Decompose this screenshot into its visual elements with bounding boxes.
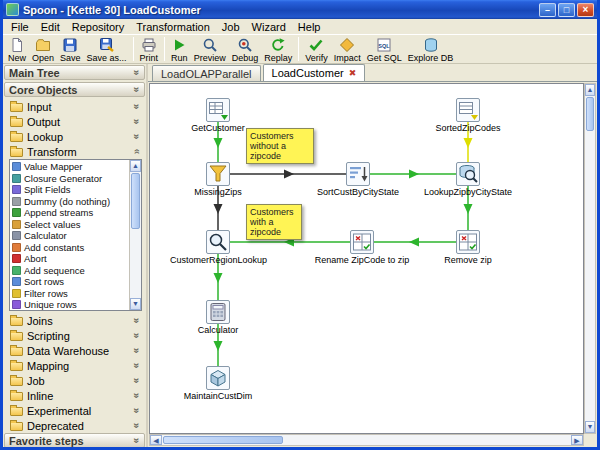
impact-button[interactable]: Impact [331,36,364,64]
calculator-icon [12,231,21,240]
verify-button[interactable]: Verify [302,36,331,64]
save-button[interactable]: Save [57,36,84,64]
step-sortcustbycitystate[interactable]: SortCustByCityState [310,162,406,197]
scroll-up-icon[interactable]: ▲ [130,160,141,172]
pane-header-core-objects[interactable]: Core Objects» [4,82,145,97]
step-customerregionlookup[interactable]: CustomerRegionLookup [170,230,266,265]
step-item-label: Unique rows [24,299,77,310]
pane-header-main-tree[interactable]: Main Tree» [4,65,145,80]
sidebar-folder-transform[interactable]: Transform» [4,144,145,159]
run-icon [171,37,187,53]
expand-chevron-icon: » [132,134,143,140]
sidebar-folder-experimental[interactable]: Experimental» [4,403,145,418]
step-rename-zipcode-to-zip[interactable]: Rename ZipCode to zip [314,230,410,265]
step-item-abort[interactable]: Abort [10,253,129,265]
menu-edit[interactable]: Edit [35,20,66,34]
step-getcustomer[interactable]: GetCustomer [170,98,266,133]
step-item-append-streams[interactable]: Append streams [10,207,129,219]
menu-repository[interactable]: Repository [66,20,131,34]
scroll-up-icon[interactable]: ▲ [585,84,595,96]
folder-label: Data Warehouse [27,345,109,357]
minimize-button[interactable]: – [539,3,556,17]
tab-loadcustomer[interactable]: LoadCustomer✖ [263,64,366,81]
title-bar: Spoon - [Kettle 30] LoadCustomer – □ × [3,0,597,19]
canvas-horizontal-scrollbar[interactable]: ◀ ▶ [149,434,584,446]
menu-transformation[interactable]: Transformation [130,20,216,34]
step-maintaincustdim[interactable]: MaintainCustDim [170,366,266,401]
value-mapper-icon [12,162,21,171]
step-item-calculator[interactable]: Calculator [10,230,129,242]
step-item-label: Calculator [24,230,67,241]
sidebar-folder-job[interactable]: Job» [4,373,145,388]
transform-list-scrollbar[interactable]: ▲▼ [129,160,141,310]
replay-button[interactable]: Replay [261,36,295,64]
close-button[interactable]: × [577,3,594,17]
step-sortedzipcodes[interactable]: SortedZipCodes [420,98,516,133]
expand-chevron-icon: » [132,363,143,369]
scroll-right-icon[interactable]: ▶ [571,435,583,445]
tab-label: LoadCustomer [272,67,344,79]
menu-file[interactable]: File [5,20,35,34]
step-lookupzipbycitystate[interactable]: LookupZipbyCityState [420,162,516,197]
sidebar-folder-joins[interactable]: Joins» [4,313,145,328]
sidebar-folder-deprecated[interactable]: Deprecated» [4,418,145,433]
scroll-down-icon[interactable]: ▼ [130,298,141,310]
folder-icon [10,362,23,371]
step-item-add-sequence[interactable]: Add sequence [10,265,129,277]
step-item-split-fields[interactable]: Split Fields [10,184,129,196]
step-item-add-constants[interactable]: Add constants [10,242,129,254]
get-sql-button[interactable]: SQLGet SQL [364,36,405,64]
sidebar-folder-inline[interactable]: Inline» [4,388,145,403]
sidebar-folder-scripting[interactable]: Scripting» [4,328,145,343]
canvas-vertical-scrollbar[interactable]: ▲ ▼ [584,83,596,434]
scroll-left-icon[interactable]: ◀ [150,435,162,445]
new-button[interactable]: New [5,36,29,64]
save-as-button[interactable]: Save as... [84,36,130,64]
toolbar-button-label: Replay [264,53,292,63]
explore-db-icon [423,37,439,53]
sidebar-folder-output[interactable]: Output» [4,114,145,129]
step-item-closure-generator[interactable]: Closure Generator [10,173,129,185]
step-remove-zip[interactable]: Remove zip [420,230,516,265]
app-icon [6,3,19,16]
split-fields-icon [12,185,21,194]
database-lookup-icon [456,162,480,186]
explore-db-button[interactable]: Explore DB [405,36,457,64]
menu-help[interactable]: Help [292,20,327,34]
step-item-select-values[interactable]: Select values [10,219,129,231]
debug-button[interactable]: Debug [229,36,262,64]
maximize-button[interactable]: □ [558,3,575,17]
sidebar-folder-lookup[interactable]: Lookup» [4,129,145,144]
menu-job[interactable]: Job [216,20,246,34]
run-button[interactable]: Run [168,36,191,64]
pane-header-favorite-steps[interactable]: Favorite steps» [4,433,145,448]
step-item-dummy-do-nothing[interactable]: Dummy (do nothing) [10,196,129,208]
add-constants-icon [12,243,21,252]
step-missingzips[interactable]: MissingZips [170,162,266,197]
print-button[interactable]: Print [137,36,162,64]
tab-close-icon[interactable]: ✖ [349,69,357,78]
sidebar-folder-mapping[interactable]: Mapping» [4,358,145,373]
sidebar-folder-data-warehouse[interactable]: Data Warehouse» [4,343,145,358]
folder-label: Input [27,101,51,113]
canvas-note-1[interactable]: Customers without a zipcode [246,128,314,164]
step-item-sort-rows[interactable]: Sort rows [10,276,129,288]
step-label: Remove zip [420,255,516,265]
scroll-thumb[interactable] [131,173,140,229]
transformation-canvas[interactable]: Customers without a zipcodeCustomers wit… [149,83,584,434]
step-item-value-mapper[interactable]: Value Mapper [10,161,129,173]
step-item-filter-rows[interactable]: Filter rows [10,288,129,300]
step-calculator[interactable]: Calculator [170,300,266,335]
open-button[interactable]: Open [29,36,57,64]
horizontal-scroll-thumb[interactable] [163,436,283,444]
menu-wizard[interactable]: Wizard [246,20,292,34]
vertical-scroll-thumb[interactable] [586,97,594,131]
preview-button[interactable]: Preview [191,36,229,64]
step-item-unique-rows[interactable]: Unique rows [10,299,129,310]
toolbar-button-label: Debug [232,53,259,63]
sidebar-folder-input[interactable]: Input» [4,99,145,114]
scroll-down-icon[interactable]: ▼ [585,421,595,433]
expand-chevron-icon: » [132,318,143,324]
folder-icon [10,118,23,127]
tab-loadolapparallel[interactable]: LoadOLAPParallel [152,65,261,81]
